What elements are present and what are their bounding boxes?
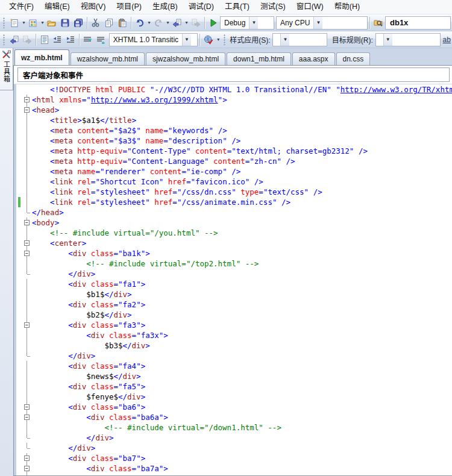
code-line[interactable]: $b3$</div> bbox=[16, 340, 452, 351]
code-line[interactable]: <meta http-equiv="Content-Type" content=… bbox=[16, 146, 452, 156]
increase-indent-icon[interactable] bbox=[64, 33, 77, 46]
code-line[interactable]: <meta content="$a3$" name="description" … bbox=[16, 136, 452, 146]
format-document-icon[interactable] bbox=[38, 33, 51, 46]
code-line[interactable]: <div class="fa1"> bbox=[16, 279, 452, 289]
search-input[interactable]: db1x bbox=[385, 16, 451, 30]
fold-toggle-icon[interactable]: − bbox=[24, 97, 30, 102]
menu-item-5[interactable]: 调试(D) bbox=[183, 0, 219, 14]
toolbox-tab[interactable]: 工具箱 bbox=[0, 48, 13, 90]
code-line[interactable]: − <div class="ba6a"> bbox=[16, 412, 452, 422]
menu-item-7[interactable]: 测试(S) bbox=[255, 0, 291, 14]
forward-icon[interactable] bbox=[20, 33, 34, 46]
new-file-icon[interactable] bbox=[8, 16, 21, 30]
toolbar-grip[interactable] bbox=[224, 34, 227, 45]
undo-dropdown-icon[interactable]: ▾ bbox=[146, 20, 152, 25]
fold-toggle-icon[interactable]: − bbox=[24, 107, 30, 113]
fold-toggle-icon[interactable]: − bbox=[24, 251, 30, 256]
code-line[interactable]: <div class="fa4"> bbox=[16, 361, 452, 371]
add-item-icon[interactable] bbox=[27, 16, 40, 30]
navigate-forward-icon[interactable] bbox=[189, 16, 202, 30]
tab-down1-mb-html[interactable]: down1_mb.html bbox=[227, 52, 291, 65]
menu-item-6[interactable]: 工具(T) bbox=[219, 0, 255, 14]
redo-icon[interactable] bbox=[152, 16, 165, 30]
target-rule-combo[interactable]: ▼ bbox=[375, 33, 441, 46]
code-line[interactable]: <title>$a1$</title> bbox=[16, 115, 452, 125]
code-line[interactable]: </head> bbox=[16, 207, 452, 218]
code-line[interactable]: <!DOCTYPE html PUBLIC "-//W3C//DTD XHTML… bbox=[16, 84, 452, 95]
menu-item-9[interactable]: 帮助(H) bbox=[329, 0, 365, 14]
start-debug-icon[interactable] bbox=[207, 16, 220, 30]
fold-toggle-icon[interactable]: − bbox=[24, 456, 30, 461]
code-line[interactable]: <!-- #include virtual="/down2.html" --> bbox=[16, 474, 452, 475]
code-editor[interactable]: <!DOCTYPE html PUBLIC "-//W3C//DTD XHTML… bbox=[14, 84, 452, 475]
paste-icon[interactable] bbox=[116, 16, 129, 30]
code-line[interactable]: − <div class="ba1k"> bbox=[16, 248, 452, 258]
code-line[interactable]: −<body> bbox=[16, 218, 452, 228]
comment-lines-icon[interactable] bbox=[81, 33, 95, 46]
platform-combo[interactable]: Any CPU ▼ bbox=[276, 16, 368, 30]
code-line[interactable]: <!-- #include virtual="/top2.html" --> bbox=[16, 258, 452, 269]
cut-icon[interactable] bbox=[89, 16, 102, 30]
code-line[interactable]: <!-- #include virtual="/down1.html" --> bbox=[16, 422, 452, 433]
code-line[interactable]: <div class="fa2"> bbox=[16, 299, 452, 310]
menu-item-0[interactable]: 文件(F) bbox=[4, 0, 39, 14]
client-objects-combo[interactable]: 客户端对象和事件 bbox=[17, 67, 450, 82]
check-style-icon[interactable] bbox=[202, 33, 215, 46]
tab-wzalshow-mb-html[interactable]: wzalshow_mb.html bbox=[71, 52, 145, 65]
code-line[interactable]: </div> bbox=[16, 351, 452, 361]
code-line[interactable]: </div> bbox=[16, 433, 452, 443]
find-in-files-icon[interactable] bbox=[372, 16, 385, 30]
toolbar-overflow-icon[interactable]: ▾ bbox=[215, 37, 222, 42]
fold-toggle-icon[interactable]: − bbox=[24, 404, 30, 410]
doctype-combo[interactable]: XHTML 1.0 Transitic ▼ bbox=[109, 33, 198, 46]
code-line[interactable]: $news$</div> bbox=[16, 371, 452, 381]
code-line[interactable]: </div> bbox=[16, 443, 452, 453]
code-line[interactable]: <link rel="stylesheet" href="/css/dn.css… bbox=[16, 187, 452, 197]
code-line[interactable]: $b2$</div> bbox=[16, 310, 452, 320]
new-file-dropdown-icon[interactable]: ▾ bbox=[21, 20, 27, 25]
code-line[interactable]: <meta http-equiv="Content-Language" cont… bbox=[16, 156, 452, 166]
save-icon[interactable] bbox=[58, 16, 72, 30]
add-item-dropdown-icon[interactable]: ▾ bbox=[40, 20, 45, 25]
code-line[interactable]: <meta name="renderer" content="ie-comp" … bbox=[16, 166, 452, 177]
menu-item-3[interactable]: 项目(P) bbox=[111, 0, 147, 14]
code-line[interactable]: − <center> bbox=[16, 238, 452, 248]
open-file-icon[interactable] bbox=[45, 16, 58, 30]
tab-dn-css[interactable]: dn.css bbox=[336, 52, 371, 65]
code-line[interactable]: − <div class="fa3"> bbox=[16, 320, 452, 330]
decrease-indent-icon[interactable] bbox=[51, 33, 64, 46]
fold-toggle-icon[interactable]: − bbox=[24, 240, 30, 246]
fold-toggle-icon[interactable]: − bbox=[24, 220, 30, 225]
menu-item-4[interactable]: 生成(B) bbox=[147, 0, 183, 14]
back-icon[interactable] bbox=[8, 33, 21, 46]
code-line[interactable]: <meta content="$a2$" name="keywords" /> bbox=[16, 125, 452, 136]
menu-item-8[interactable]: 窗口(W) bbox=[291, 0, 329, 14]
fold-toggle-icon[interactable]: − bbox=[24, 466, 30, 471]
toolbar-grip[interactable] bbox=[3, 34, 6, 45]
tab-aaa-aspx[interactable]: aaa.aspx bbox=[292, 52, 335, 65]
style-apply-combo[interactable]: ▼ bbox=[272, 33, 327, 46]
undo-icon[interactable] bbox=[133, 16, 146, 30]
code-line[interactable]: <!-- #include virtual="/you.html" --> bbox=[16, 228, 452, 238]
code-line[interactable]: − <div class="ba7a"> bbox=[16, 463, 452, 474]
navigate-backward-icon[interactable] bbox=[171, 16, 184, 30]
code-line[interactable]: <link rel="Shortcut Icon" href="favicon.… bbox=[16, 177, 452, 187]
debug-config-combo[interactable]: Debug ▼ bbox=[220, 16, 274, 30]
code-line[interactable]: − <div class="ba6"> bbox=[16, 402, 452, 412]
fold-toggle-icon[interactable]: − bbox=[24, 415, 30, 420]
redo-dropdown-icon[interactable]: ▾ bbox=[165, 20, 171, 25]
code-line[interactable]: − <div class="ba7"> bbox=[16, 453, 452, 463]
code-line[interactable]: $b1$</div> bbox=[16, 289, 452, 299]
fold-toggle-icon[interactable]: − bbox=[24, 322, 30, 328]
menu-item-2[interactable]: 视图(V) bbox=[75, 0, 111, 14]
save-all-icon[interactable] bbox=[72, 16, 85, 30]
tab-wz-mb-html[interactable]: wz_mb.html bbox=[14, 49, 69, 65]
navigate-backward-dropdown-icon[interactable]: ▾ bbox=[184, 20, 189, 25]
code-line[interactable]: </div> bbox=[16, 269, 452, 279]
copy-icon[interactable] bbox=[102, 16, 116, 30]
code-line[interactable]: <div class="fa3x"> bbox=[16, 330, 452, 340]
code-line[interactable]: <link rel="stylesheet" href="/css/animat… bbox=[16, 197, 452, 207]
toolbar-grip[interactable] bbox=[3, 17, 6, 28]
uncomment-lines-icon[interactable] bbox=[94, 33, 107, 46]
tab-sjwzalshow-mb-html[interactable]: sjwzalshow_mb.html bbox=[146, 52, 225, 65]
